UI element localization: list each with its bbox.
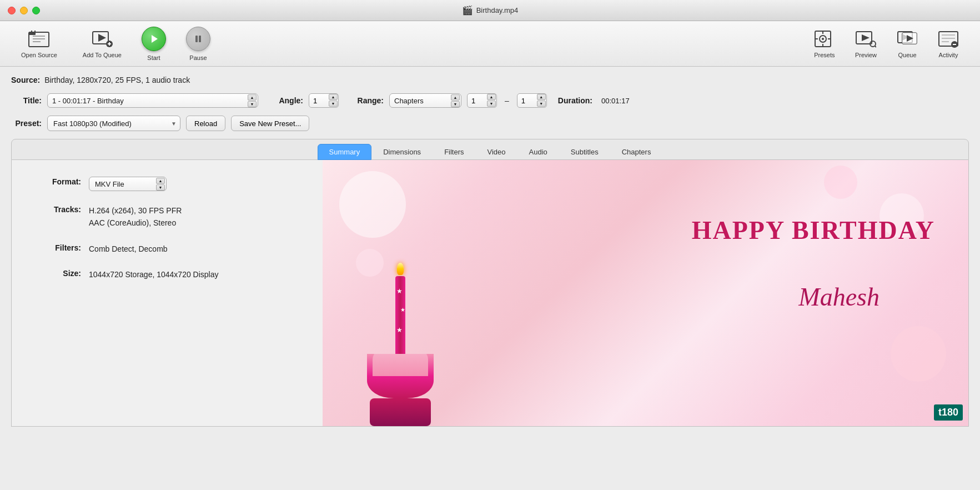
add-to-queue-label: Add To Queue — [83, 52, 122, 58]
bokeh-1 — [339, 171, 406, 238]
open-source-button[interactable]: Open Source — [11, 29, 67, 58]
activity-label: Activity — [939, 52, 958, 58]
tab-chapters[interactable]: Chapters — [610, 144, 663, 160]
tab-dimensions[interactable]: Dimensions — [371, 144, 433, 160]
format-value: MKV File — [95, 180, 124, 188]
range-from-down[interactable]: ▼ — [487, 101, 496, 107]
window-title: 🎬 Birthday.mp4 — [462, 5, 519, 16]
activity-icon — [938, 29, 959, 48]
svg-marker-23 — [862, 34, 870, 41]
preset-row: Preset: Fast 1080p30 (Modified) ▼ Reload… — [11, 116, 969, 131]
watermark: t180 — [934, 404, 963, 421]
source-row: Source: Birthday, 1280x720, 25 FPS, 1 au… — [11, 76, 969, 84]
queue-button[interactable]: Queue — [887, 29, 928, 58]
filters-value: Comb Detect, Decomb — [89, 243, 168, 255]
format-down[interactable]: ▼ — [156, 184, 165, 191]
presets-label: Presets — [814, 52, 835, 58]
range-to-up[interactable]: ▲ — [537, 94, 546, 100]
svg-rect-14 — [199, 36, 201, 42]
source-value: Birthday, 1280x720, 25 FPS, 1 audio trac… — [44, 76, 190, 84]
tab-filters[interactable]: Filters — [433, 144, 475, 160]
main-content: Source: Birthday, 1280x720, 25 FPS, 1 au… — [0, 67, 980, 427]
range-label: Range: — [353, 96, 384, 105]
tab-bar: Summary Dimensions Filters Video Audio S… — [11, 139, 969, 160]
angle-up[interactable]: ▲ — [329, 94, 338, 100]
tab-audio[interactable]: Audio — [517, 144, 559, 160]
presets-button[interactable]: Presets — [804, 29, 845, 58]
preview-image: ★ ★ ★ HAPPY BIRTHDAY Mahesh t180 — [323, 160, 968, 426]
right-toolbar: Presets Preview — [804, 29, 969, 58]
range-type-select[interactable]: Chapters ▲ ▼ — [389, 93, 461, 108]
svg-point-17 — [822, 38, 824, 40]
angle-label: Angle: — [273, 96, 303, 105]
angle-down[interactable]: ▼ — [329, 101, 338, 107]
title-select[interactable]: 1 - 00:01:17 - Birthday ▲ ▼ — [47, 93, 258, 108]
add-to-queue-button[interactable]: Add To Queue — [73, 29, 132, 58]
range-down[interactable]: ▼ — [451, 101, 460, 107]
minimize-button[interactable] — [20, 7, 28, 14]
preset-label: Preset: — [11, 119, 42, 128]
size-label: Size: — [39, 268, 81, 278]
svg-rect-13 — [195, 36, 198, 42]
reload-button[interactable]: Reload — [186, 116, 225, 131]
start-icon[interactable] — [142, 27, 166, 51]
preview-pane: ★ ★ ★ HAPPY BIRTHDAY Mahesh t180 — [323, 160, 968, 426]
range-stepper[interactable]: ▲ ▼ — [451, 94, 460, 107]
preview-label: Preview — [855, 52, 877, 58]
save-preset-button[interactable]: Save New Preset... — [231, 116, 309, 131]
title-value: 1 - 00:01:17 - Birthday — [52, 97, 124, 105]
open-source-label: Open Source — [21, 52, 57, 58]
candle-body: ★ ★ ★ — [395, 276, 405, 354]
window-controls — [8, 7, 40, 14]
title-bar: 🎬 Birthday.mp4 — [0, 0, 980, 21]
format-row: Format: MKV File ▲ ▼ — [39, 177, 306, 191]
title-down[interactable]: ▼ — [248, 101, 257, 107]
open-source-icon — [28, 29, 49, 48]
tracks-value: H.264 (x264), 30 FPS PFR AAC (CoreAudio)… — [89, 204, 182, 229]
happy-birthday-text: HAPPY BIRTHDAY — [692, 216, 935, 245]
queue-icon — [897, 29, 918, 48]
preview-icon — [855, 29, 876, 48]
size-value: 1044x720 Storage, 1044x720 Display — [89, 268, 219, 281]
range-to-down[interactable]: ▼ — [537, 101, 546, 107]
filters-row: Filters: Comb Detect, Decomb — [39, 243, 306, 255]
format-stepper[interactable]: ▲ ▼ — [156, 178, 165, 191]
presets-icon — [814, 29, 835, 48]
range-from-stepper[interactable]: ▲ ▼ — [487, 94, 496, 107]
svg-marker-12 — [152, 35, 158, 43]
pause-button[interactable]: Pause — [176, 27, 220, 61]
format-select[interactable]: MKV File ▲ ▼ — [89, 177, 167, 191]
format-label: Format: — [39, 177, 81, 186]
start-label: Start — [147, 54, 160, 61]
tab-summary[interactable]: Summary — [318, 144, 372, 160]
content-panel: Format: MKV File ▲ ▼ Tracks: H.264 (x264… — [11, 160, 969, 427]
close-button[interactable] — [8, 7, 16, 14]
range-up[interactable]: ▲ — [451, 94, 460, 101]
angle-stepper[interactable]: ▲ ▼ — [329, 94, 338, 107]
name-text: Mahesh — [798, 282, 880, 312]
preview-button[interactable]: Preview — [845, 29, 887, 58]
preset-value: Fast 1080p30 (Modified) — [53, 119, 132, 128]
frosting-top — [373, 354, 428, 376]
tab-video[interactable]: Video — [476, 144, 517, 160]
pause-icon[interactable] — [186, 27, 210, 51]
angle-field: ▲ ▼ — [309, 93, 339, 108]
start-button[interactable]: Start — [132, 27, 176, 61]
add-to-queue-icon — [92, 29, 113, 48]
file-icon: 🎬 — [462, 5, 473, 16]
title-stepper[interactable]: ▲ ▼ — [248, 94, 257, 107]
activity-button[interactable]: Activity — [928, 29, 969, 58]
maximize-button[interactable] — [32, 7, 40, 14]
summary-pane: Format: MKV File ▲ ▼ Tracks: H.264 (x264… — [12, 160, 323, 426]
size-row: Size: 1044x720 Storage, 1044x720 Display — [39, 268, 306, 281]
title-up[interactable]: ▲ — [248, 94, 257, 101]
source-label: Source: — [11, 76, 40, 84]
candle-flame — [397, 263, 404, 275]
range-from-up[interactable]: ▲ — [487, 94, 496, 100]
tab-subtitles[interactable]: Subtitles — [559, 144, 610, 160]
format-up[interactable]: ▲ — [156, 178, 165, 184]
preset-select[interactable]: Fast 1080p30 (Modified) ▼ — [47, 116, 180, 131]
filters-label: Filters: — [39, 243, 81, 252]
range-dash: – — [502, 96, 511, 105]
range-to-stepper[interactable]: ▲ ▼ — [537, 94, 546, 107]
